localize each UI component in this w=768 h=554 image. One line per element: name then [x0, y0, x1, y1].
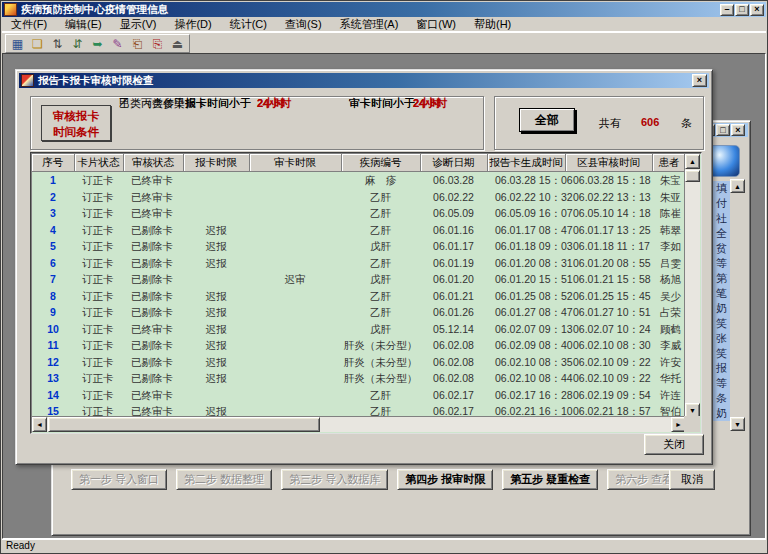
- step-1-button[interactable]: 第一步 导入窗口: [71, 469, 167, 490]
- scroll-up-icon[interactable]: ▲: [730, 179, 745, 193]
- cell-report-limit: 迟报: [183, 337, 249, 354]
- side-list-item[interactable]: 笔: [713, 286, 730, 301]
- step-4-button[interactable]: 第四步 报审时限: [397, 469, 493, 490]
- icon-glyph: ⇵: [72, 38, 82, 50]
- table-row[interactable]: 14 订正卡 已终审卡 乙肝 06.02.17 06.02.17 16：28 0…: [32, 387, 686, 404]
- table-row[interactable]: 12 订正卡 已剔除卡 迟报 肝炎（未分型） 06.02.08 06.02.10…: [32, 354, 686, 371]
- menu-edit[interactable]: 编辑(E): [56, 17, 111, 31]
- menu-statistics[interactable]: 统计(C): [221, 17, 276, 31]
- side-list-item[interactable]: 第: [713, 271, 730, 286]
- column-header[interactable]: 卡片状态: [74, 154, 123, 172]
- side-list-item[interactable]: 奶: [713, 406, 730, 421]
- column-header[interactable]: 报告卡生成时间: [487, 154, 565, 172]
- import-door-icon[interactable]: ⎗: [129, 36, 146, 51]
- column-header[interactable]: 报卡时限: [183, 154, 249, 172]
- maximize-button[interactable]: □: [735, 4, 749, 16]
- cell-disease: 戊肝: [341, 321, 420, 338]
- vertical-scrollbar[interactable]: ▲ ▼: [684, 154, 700, 418]
- side-list-item[interactable]: 张: [713, 331, 730, 346]
- cell-seq: 13: [32, 370, 74, 387]
- cell-seq: 4: [32, 222, 74, 239]
- report-time-label: 报卡时间小于: [185, 97, 251, 110]
- side-list-item[interactable]: 奶: [713, 301, 730, 316]
- exit-icon[interactable]: ⏏: [169, 36, 186, 51]
- table-row[interactable]: 1 订正卡 已终审卡 麻 疹 06.03.28 06.03.28 15：06 0…: [32, 172, 686, 189]
- close-icon[interactable]: ×: [692, 74, 707, 87]
- column-header[interactable]: 序号: [32, 154, 74, 172]
- condition-group: 审核报卡 时间条件 甲类（含参甲）： 报卡时间小于 2小时 审卡时间小于 2小时…: [30, 96, 484, 150]
- cell-audit-time: 06.01.21 15：58: [565, 271, 652, 288]
- column-header[interactable]: 审卡时限: [249, 154, 341, 172]
- minimize-button[interactable]: –: [720, 4, 734, 16]
- column-header[interactable]: 疾病编号: [341, 154, 420, 172]
- side-list-item[interactable]: 笑: [713, 316, 730, 331]
- table-row[interactable]: 6 订正卡 已剔除卡 迟报 乙肝 06.01.19 06.01.20 08：31…: [32, 255, 686, 272]
- menu-file[interactable]: 文件(F): [2, 17, 56, 31]
- side-list-item[interactable]: 等: [713, 256, 730, 271]
- side-list-item[interactable]: 笑: [713, 346, 730, 361]
- menu-bar: 文件(F)编辑(E)显示(V)操作(D)统计(C)查询(S)系统管理(A)窗口(…: [2, 17, 766, 32]
- cell-patient: 占荣: [652, 304, 686, 321]
- side-list-item[interactable]: 报: [713, 361, 730, 376]
- side-list-item[interactable]: 全: [713, 226, 730, 241]
- scroll-left-icon[interactable]: ◄: [32, 417, 47, 432]
- side-list-item[interactable]: 条: [713, 391, 730, 406]
- chart-edit-icon[interactable]: ✎: [109, 36, 126, 51]
- cell-gen-time: 06.02.22 10：32: [487, 189, 565, 206]
- side-list-item[interactable]: 等: [713, 376, 730, 391]
- column-header[interactable]: 诊断日期: [420, 154, 487, 172]
- menu-operate[interactable]: 操作(D): [165, 17, 220, 31]
- menu-system[interactable]: 系统管理(A): [331, 17, 408, 31]
- grid-window-icon[interactable]: ▦: [9, 36, 26, 51]
- total-unit: 条: [681, 116, 692, 131]
- menu-window[interactable]: 窗口(W): [407, 17, 465, 31]
- table-row[interactable]: 11 订正卡 已剔除卡 迟报 肝炎（未分型） 06.02.08 06.02.09…: [32, 337, 686, 354]
- maximize-button[interactable]: □: [716, 124, 730, 136]
- column-header[interactable]: 患者: [652, 154, 686, 172]
- step-5-button[interactable]: 第五步 疑重检查: [502, 469, 598, 490]
- column-header[interactable]: 区县审核时间: [565, 154, 652, 172]
- open-card-icon[interactable]: ❏: [29, 36, 46, 51]
- cell-disease: 乙肝: [341, 304, 420, 321]
- side-list-item[interactable]: 贫: [713, 241, 730, 256]
- menu-view[interactable]: 显示(V): [111, 17, 166, 31]
- side-list-item[interactable]: 社: [713, 211, 730, 226]
- side-list-item[interactable]: 付: [713, 196, 730, 211]
- horizontal-scrollbar[interactable]: ◄ ►: [32, 416, 686, 432]
- scrollbar-thumb[interactable]: [48, 417, 320, 432]
- table-row[interactable]: 7 订正卡 已剔除卡 迟审 戊肝 06.01.20 06.01.20 15：51…: [32, 271, 686, 288]
- cell-diag-date: 06.01.26: [420, 304, 487, 321]
- column-header[interactable]: 审核状态: [123, 154, 183, 172]
- cell-card-status: 订正卡: [74, 255, 123, 272]
- table-row[interactable]: 8 订正卡 已剔除卡 迟报 乙肝 06.01.21 06.01.25 08：52…: [32, 288, 686, 305]
- scrollbar-thumb[interactable]: [685, 170, 700, 182]
- table-row[interactable]: 2 订正卡 已终审卡 乙肝 06.02.22 06.02.22 10：32 06…: [32, 189, 686, 206]
- filter-icon[interactable]: ⇅: [49, 36, 66, 51]
- dialog-icon: [21, 74, 34, 87]
- cancel-button[interactable]: 取消: [669, 469, 715, 490]
- side-list-item[interactable]: 填: [713, 181, 730, 196]
- export-door-icon[interactable]: ⎘: [149, 36, 166, 51]
- close-button[interactable]: ×: [731, 124, 745, 136]
- step-2-button[interactable]: 第二步 数据整理: [176, 469, 272, 490]
- close-button[interactable]: ×: [750, 4, 764, 16]
- menu-help[interactable]: 帮助(H): [465, 17, 520, 31]
- cell-seq: 12: [32, 354, 74, 371]
- cell-card-status: 订正卡: [74, 387, 123, 404]
- table-row[interactable]: 5 订正卡 已剔除卡 迟报 戊肝 06.01.17 06.01.18 09：03…: [32, 238, 686, 255]
- menu-query[interactable]: 查询(S): [276, 17, 331, 31]
- transfer-icon[interactable]: ➥: [89, 36, 106, 51]
- cell-audit-status: 已剔除卡: [123, 222, 183, 239]
- table-row[interactable]: 10 订正卡 已终审卡 迟报 戊肝 05.12.14 06.02.07 09：1…: [32, 321, 686, 338]
- all-button[interactable]: 全部: [519, 108, 575, 132]
- table-row[interactable]: 9 订正卡 已剔除卡 迟报 乙肝 06.01.26 06.01.27 08：47…: [32, 304, 686, 321]
- table-row[interactable]: 13 订正卡 已剔除卡 迟报 肝炎（未分型） 06.02.08 06.02.10…: [32, 370, 686, 387]
- dialog-close-button[interactable]: 关闭: [644, 434, 704, 455]
- sort-icon[interactable]: ⇵: [69, 36, 86, 51]
- table-row[interactable]: 3 订正卡 已终审卡 乙肝 06.05.09 06.05.09 16：07 06…: [32, 205, 686, 222]
- step-3-button[interactable]: 第三步 导入数据库: [281, 469, 388, 490]
- cell-audit-limit: [249, 222, 341, 239]
- scroll-up-icon[interactable]: ▲: [685, 154, 700, 169]
- scroll-down-icon[interactable]: ▼: [730, 417, 745, 431]
- table-row[interactable]: 4 订正卡 已剔除卡 迟报 乙肝 06.01.16 06.01.17 08：47…: [32, 222, 686, 239]
